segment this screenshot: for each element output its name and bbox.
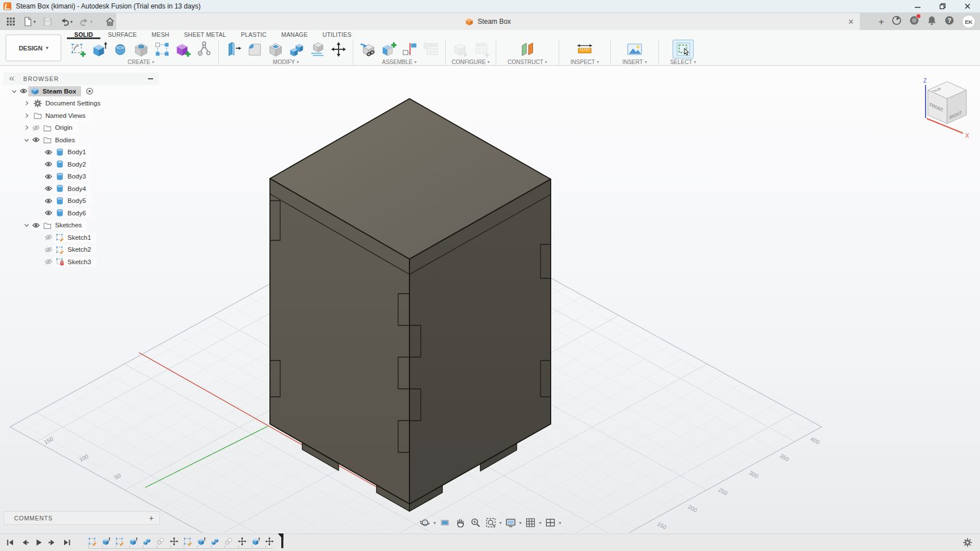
create-form-button[interactable]	[172, 40, 193, 58]
browser-item-sketch1[interactable]: Sketch1	[3, 231, 159, 244]
browser-item-body4[interactable]: Body4	[3, 183, 159, 195]
document-tab-close-icon[interactable]: ✕	[848, 13, 854, 30]
display-settings-icon[interactable]	[504, 516, 517, 529]
pattern-button[interactable]	[151, 40, 172, 58]
browser-item-named-views[interactable]: Named Views	[3, 109, 159, 122]
visibility-off-eye-icon[interactable]	[31, 124, 41, 132]
visibility-off-eye-icon[interactable]	[44, 257, 53, 266]
browser-item-body3[interactable]: Body3	[3, 171, 159, 183]
combine-button[interactable]	[286, 40, 307, 58]
inspect-group-dropdown[interactable]: INSPECT▾	[571, 59, 599, 65]
press-pull-button[interactable]	[223, 40, 244, 58]
browser-item-origin[interactable]: Origin	[3, 122, 159, 134]
redo-caret[interactable]: ▾	[90, 19, 92, 24]
chevron-down-icon[interactable]	[9, 88, 19, 95]
create-group-dropdown[interactable]: CREATE▾	[128, 59, 154, 65]
undo-button[interactable]: ▾	[57, 15, 75, 28]
collapse-panel-icon[interactable]	[8, 75, 15, 83]
viewports-icon[interactable]	[544, 516, 557, 529]
hole-button[interactable]	[130, 40, 151, 58]
new-component-button[interactable]	[378, 40, 399, 58]
extrude-button[interactable]	[88, 40, 109, 58]
browser-item-steam-box[interactable]: Steam Box	[3, 85, 159, 98]
browser-item-sketches[interactable]: Sketches	[3, 219, 159, 232]
chevron-right-icon[interactable]	[22, 100, 31, 107]
visibility-on-eye-icon[interactable]	[44, 172, 53, 181]
activate-component-radio[interactable]	[85, 87, 94, 95]
timeline-feature-move-icon[interactable]	[264, 536, 274, 546]
fit-caret[interactable]: ▾	[499, 520, 501, 525]
pan-tool-icon[interactable]	[453, 516, 467, 529]
automated-modeling-button[interactable]	[193, 40, 214, 58]
workspace-selector-design[interactable]: DESIGN▾	[6, 35, 61, 61]
help-icon[interactable]	[944, 15, 954, 28]
viewports-caret[interactable]: ▾	[559, 520, 561, 525]
step-forward-button[interactable]	[48, 538, 57, 547]
visibility-on-eye-icon[interactable]	[31, 135, 41, 144]
chevron-down-icon[interactable]	[22, 222, 31, 228]
chevron-right-icon[interactable]	[22, 124, 31, 131]
tab-surface[interactable]: SURFACE	[100, 30, 144, 39]
new-document-tab-button[interactable]: +	[878, 17, 884, 27]
grid-caret[interactable]: ▾	[539, 520, 542, 525]
timeline-feature-sketch-icon[interactable]	[87, 536, 97, 546]
undo-caret[interactable]: ▾	[70, 19, 73, 24]
job-status-icon[interactable]	[909, 15, 919, 28]
display-caret[interactable]: ▾	[519, 520, 521, 525]
data-panel-home-button[interactable]	[103, 15, 117, 28]
go-to-start-button[interactable]	[6, 538, 15, 547]
user-avatar[interactable]: EK	[962, 15, 975, 28]
construct-plane-button[interactable]	[517, 40, 538, 58]
browser-item-body6[interactable]: Body6	[3, 207, 159, 219]
construct-group-dropdown[interactable]: CONSTRUCT▾	[508, 59, 547, 65]
select-group-dropdown[interactable]: SELECT▾	[670, 59, 696, 65]
minimize-button[interactable]	[905, 0, 930, 12]
timeline-feature-move-icon[interactable]	[237, 536, 247, 546]
measure-button[interactable]	[574, 40, 595, 58]
visibility-on-eye-icon[interactable]	[44, 184, 53, 193]
visibility-on-eye-icon[interactable]	[44, 209, 53, 217]
timeline-feature-extrude-icon[interactable]	[128, 536, 138, 546]
visibility-off-eye-icon[interactable]	[44, 233, 53, 241]
configuration-table-button[interactable]	[471, 40, 492, 58]
visibility-on-eye-icon[interactable]	[31, 221, 41, 230]
orbit-tool-icon[interactable]	[418, 516, 432, 529]
go-to-end-button[interactable]	[62, 538, 71, 547]
split-body-button[interactable]	[307, 40, 328, 58]
add-comment-button[interactable]: +	[149, 514, 154, 522]
browser-item-bodies[interactable]: Bodies	[3, 134, 159, 146]
insert-image-button[interactable]	[624, 40, 645, 58]
assemble-group-dropdown[interactable]: ASSEMBLE▾	[382, 59, 417, 65]
tab-sheet-metal[interactable]: SHEET METAL	[176, 30, 233, 39]
visibility-on-eye-icon[interactable]	[19, 87, 28, 95]
timeline-feature-sketch-icon[interactable]	[183, 536, 192, 546]
timeline-feature-extrude-icon[interactable]	[196, 536, 206, 546]
timeline-feature-copy-icon[interactable]	[223, 536, 233, 546]
view-cube[interactable]: Z X TOP FRONT RIGHT	[918, 76, 977, 142]
steam-box-body[interactable]	[270, 99, 551, 511]
configure-design-button[interactable]	[450, 40, 471, 58]
timeline-playhead[interactable]	[277, 533, 284, 551]
timeline-feature-extrude-icon[interactable]	[101, 536, 111, 546]
timeline-settings-gear-icon[interactable]	[963, 538, 972, 547]
orbit-caret[interactable]: ▾	[433, 520, 436, 525]
browser-item-sketch3[interactable]: Sketch3	[3, 256, 159, 268]
app-grid-menu-button[interactable]	[3, 15, 18, 28]
zoom-tool-icon[interactable]	[468, 516, 482, 529]
visibility-on-eye-icon[interactable]	[44, 148, 53, 156]
move-copy-button[interactable]	[328, 40, 349, 58]
browser-item-body2[interactable]: Body2	[3, 158, 159, 171]
visibility-off-eye-icon[interactable]	[44, 245, 53, 254]
fit-tool-icon[interactable]	[484, 516, 497, 529]
insert-derive-button[interactable]	[357, 40, 378, 58]
redo-button[interactable]: ▾	[77, 15, 95, 28]
timeline-feature-sketch-icon[interactable]	[115, 536, 124, 546]
chevron-down-icon[interactable]	[22, 137, 31, 143]
create-sketch-button[interactable]	[67, 40, 88, 58]
shell-button[interactable]	[265, 40, 286, 58]
minimize-browser-icon[interactable]	[148, 78, 153, 79]
fillet-button[interactable]	[244, 40, 265, 58]
extensions-icon[interactable]	[892, 15, 902, 28]
select-tool-button[interactable]	[673, 40, 694, 58]
look-at-tool-icon[interactable]	[438, 516, 451, 529]
